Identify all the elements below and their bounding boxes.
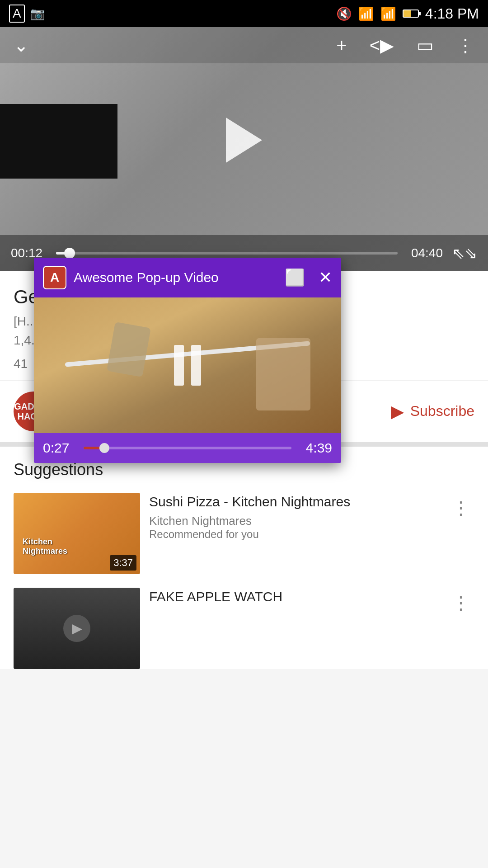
youtube-icon: ▶ xyxy=(391,401,404,421)
suggestions-section: Suggestions KitchenNightmares 3:37 Sushi… xyxy=(0,442,488,669)
popup-video-area[interactable] xyxy=(34,297,341,433)
suggestion-thumb-1[interactable]: KitchenNightmares 3:37 xyxy=(14,493,140,574)
pause-bar-left xyxy=(174,345,184,386)
suggestion-title-2: FAKE APPLE WATCH xyxy=(149,588,434,605)
suggestion-thumb-2[interactable]: ▶ xyxy=(14,588,140,669)
clock: 4:18 PM xyxy=(425,5,479,22)
popup-total-time: 4:39 xyxy=(300,440,332,456)
collapse-icon[interactable]: ⌄ xyxy=(14,35,29,56)
popup-app-icon-label: A xyxy=(50,270,59,285)
content-area: Get More Out of Your Apple Ea... [H... 1… xyxy=(0,271,488,380)
popup-header-actions: ⬜ ✕ xyxy=(285,268,332,287)
suggestion-channel-1: Kitchen Nightmares xyxy=(149,514,434,528)
total-time: 04:40 xyxy=(407,246,443,260)
more-options-icon[interactable]: ⋮ xyxy=(456,35,474,56)
fullscreen-icon[interactable]: ⇖⇘ xyxy=(452,244,477,262)
suggestion-info-2: FAKE APPLE WATCH xyxy=(149,588,438,609)
popup-video-player[interactable]: A Awesome Pop-up Video ⬜ ✕ 0:27 xyxy=(34,258,341,463)
play-button[interactable] xyxy=(226,118,262,163)
popup-close-icon[interactable]: ✕ xyxy=(319,268,332,287)
popup-app-icon: A xyxy=(43,266,66,289)
share-icon[interactable]: <▶ xyxy=(370,35,394,56)
thumb-label-1: KitchenNightmares xyxy=(18,533,72,561)
mute-icon: 🔇 xyxy=(336,6,352,21)
popup-header: A Awesome Pop-up Video ⬜ ✕ xyxy=(34,258,341,297)
cast-icon[interactable]: ▭ xyxy=(417,35,434,56)
video-black-overlay xyxy=(0,104,117,179)
wifi-icon: 📶 xyxy=(358,6,374,21)
popup-controls: 0:27 4:39 xyxy=(34,433,341,463)
screenshot-icon: 📷 xyxy=(30,7,45,21)
suggestion-item-2[interactable]: ▶ FAKE APPLE WATCH ⋮ xyxy=(14,588,474,669)
progress-thumb[interactable] xyxy=(64,248,75,259)
keyboard-icon: A xyxy=(9,5,25,23)
popup-expand-icon[interactable]: ⬜ xyxy=(285,268,305,287)
popup-progress-thumb[interactable] xyxy=(99,443,109,453)
thumb-bg-2: ▶ xyxy=(14,588,140,669)
subscribe-label: Subscribe xyxy=(410,403,474,420)
pause-button[interactable] xyxy=(174,345,201,386)
battery-icon xyxy=(403,9,419,18)
signal-icon: 📶 xyxy=(380,6,396,21)
status-bar-left: A 📷 xyxy=(9,5,45,23)
thumb-duration-1: 3:37 xyxy=(110,555,136,571)
subscribe-button[interactable]: ▶ Subscribe xyxy=(391,397,474,426)
video-subtitle: [H... xyxy=(14,314,37,328)
progress-bar[interactable] xyxy=(56,252,398,255)
status-bar: A 📷 🔇 📶 📶 4:18 PM xyxy=(0,0,488,27)
add-to-queue-icon[interactable]: + xyxy=(336,35,347,56)
video-player[interactable]: ⌄ + <▶ ▭ ⋮ 00:12 04:40 ⇖⇘ xyxy=(0,27,488,271)
pause-bar-right xyxy=(191,345,201,386)
suggestion-recommended-1: Recommended for you xyxy=(149,528,434,541)
popup-current-time: 0:27 xyxy=(43,440,75,456)
suggestion-item-1[interactable]: KitchenNightmares 3:37 Sushi Pizza - Kit… xyxy=(14,493,474,574)
suggestion-title-1: Sushi Pizza - Kitchen Nightmares xyxy=(149,493,434,510)
suggestion-more-1[interactable]: ⋮ xyxy=(447,493,474,523)
suggestion-info-1: Sushi Pizza - Kitchen Nightmares Kitchen… xyxy=(149,493,438,541)
suggestion-more-2[interactable]: ⋮ xyxy=(447,588,474,618)
status-bar-right: 🔇 📶 📶 4:18 PM xyxy=(336,5,479,22)
video-toolbar-right: + <▶ ▭ ⋮ xyxy=(336,35,474,56)
video-toolbar: ⌄ + <▶ ▭ ⋮ xyxy=(0,27,488,63)
popup-progress-bar[interactable] xyxy=(84,447,291,449)
popup-title: Awesome Pop-up Video xyxy=(74,270,277,285)
